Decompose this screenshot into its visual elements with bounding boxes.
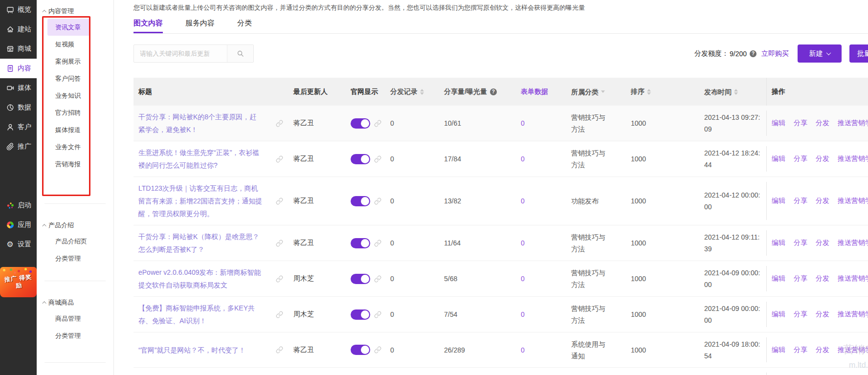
rail-item-mall[interactable]: 商城 xyxy=(0,39,37,59)
link-icon[interactable] xyxy=(276,198,283,205)
help-icon[interactable]: ? xyxy=(750,50,757,57)
column-header-publish-time[interactable]: 发布时间 xyxy=(702,86,766,98)
batch-upload-button[interactable]: 批量上传 xyxy=(849,44,868,63)
link-icon[interactable] xyxy=(374,155,381,163)
share-action[interactable]: 分享 xyxy=(794,239,807,247)
site-display-toggle[interactable] xyxy=(351,345,370,355)
search-button[interactable] xyxy=(227,45,253,62)
article-title-link[interactable]: LTD123次升级｜访客交互有日志，商机留言有来源；新增22国语言支持；通知提醒… xyxy=(138,182,263,220)
menu-item[interactable]: 分类管理 xyxy=(47,250,90,267)
article-title-link[interactable]: 生意进系统！做生意先穿“正装”，衣衫褴褛的同行怎么可能胜过你? xyxy=(138,146,263,172)
article-title-link[interactable]: “官网”就只是网站？不，时代变了！ xyxy=(138,344,263,356)
promo-banner[interactable]: 推广 得奖励 xyxy=(0,267,37,297)
link-icon[interactable] xyxy=(276,311,283,318)
form-data-cell[interactable]: 0 xyxy=(513,197,567,205)
link-icon[interactable] xyxy=(276,155,283,163)
rail-item-customer[interactable]: 客户 xyxy=(0,117,37,137)
menu-item[interactable]: 商品管理 xyxy=(47,310,90,327)
link-icon[interactable] xyxy=(276,346,283,353)
rail-item-settings[interactable]: ⚙ 设置 xyxy=(0,235,37,254)
menu-item[interactable]: 产品介绍页 xyxy=(47,233,90,250)
rail-item-site[interactable]: 建站 xyxy=(0,20,37,39)
link-icon[interactable] xyxy=(374,198,381,205)
distribute-action[interactable]: 分发 xyxy=(816,197,829,205)
edit-action[interactable]: 编辑 xyxy=(772,197,785,205)
push-academy-action[interactable]: 推送营销学院 xyxy=(838,346,868,354)
menu-item[interactable]: 分类管理 xyxy=(47,327,90,344)
buy-now-link[interactable]: 立即购买 xyxy=(761,49,789,58)
article-title-link[interactable]: 干货分享：网站被K（降权）是啥意思？怎么判断是否被K了？ xyxy=(138,230,263,256)
link-icon[interactable] xyxy=(374,311,381,318)
share-action[interactable]: 分享 xyxy=(794,119,807,128)
menu-group-header[interactable]: 商城商品 xyxy=(37,295,113,310)
edit-action[interactable]: 编辑 xyxy=(772,310,785,319)
article-title-link[interactable]: ePower v2.0.6.0409发布：新增商标智能提交软件自动获取商标局发文 xyxy=(138,266,263,291)
push-academy-action[interactable]: 推送营销学院 xyxy=(838,119,868,128)
column-header-category[interactable]: 所属分类 xyxy=(567,86,628,98)
distribute-action[interactable]: 分发 xyxy=(816,310,829,319)
link-icon[interactable] xyxy=(374,240,381,247)
push-academy-action[interactable]: 推送营销学院 xyxy=(838,239,868,247)
link-icon[interactable] xyxy=(374,120,381,127)
tab[interactable]: 图文内容 xyxy=(134,19,163,33)
form-data-cell[interactable]: 0 xyxy=(513,119,567,127)
link-icon[interactable] xyxy=(276,120,283,127)
menu-item[interactable]: 业务文件 xyxy=(47,138,90,155)
push-academy-action[interactable]: 推送营销学院 xyxy=(838,154,868,163)
column-header-sort-order[interactable]: 排序 xyxy=(628,88,702,96)
menu-group-header[interactable]: 内容管理 xyxy=(37,4,113,19)
site-display-toggle[interactable] xyxy=(351,154,370,164)
menu-item[interactable]: 短视频 xyxy=(47,36,90,53)
menu-item[interactable]: 案例展示 xyxy=(47,53,90,70)
rail-item-data[interactable]: 数据 xyxy=(0,98,37,117)
push-academy-action[interactable]: 推送营销学院 xyxy=(838,197,868,205)
form-data-cell[interactable]: 0 xyxy=(513,239,567,247)
link-icon[interactable] xyxy=(374,346,381,353)
sort-icon[interactable] xyxy=(647,89,651,95)
sort-icon[interactable] xyxy=(420,89,424,95)
new-button[interactable]: 新建 xyxy=(798,44,842,63)
share-action[interactable]: 分享 xyxy=(794,274,807,283)
distribute-action[interactable]: 分发 xyxy=(816,274,829,283)
site-display-toggle[interactable] xyxy=(351,309,370,320)
site-display-toggle[interactable] xyxy=(351,274,370,284)
rail-item-apps[interactable]: 应用 xyxy=(0,215,37,235)
edit-action[interactable]: 编辑 xyxy=(772,346,785,354)
help-icon[interactable]: ? xyxy=(490,88,497,95)
edit-action[interactable]: 编辑 xyxy=(772,274,785,283)
article-title-link[interactable]: 【免费】商标智能申报系统，多KEY共存、免验证、AI识别！ xyxy=(138,302,263,327)
distribute-action[interactable]: 分发 xyxy=(816,119,829,128)
form-data-cell[interactable]: 0 xyxy=(513,346,567,354)
rail-item-media[interactable]: 媒体 xyxy=(0,78,37,98)
search-input[interactable] xyxy=(134,45,227,62)
edit-action[interactable]: 编辑 xyxy=(772,154,785,163)
menu-item[interactable]: 营销海报 xyxy=(47,155,90,173)
column-header-distribution-record[interactable]: 分发记录 xyxy=(386,88,443,96)
form-data-cell[interactable]: 0 xyxy=(513,275,567,283)
menu-item[interactable]: 业务知识 xyxy=(47,87,90,104)
tab[interactable]: 服务内容 xyxy=(185,19,215,33)
site-display-toggle[interactable] xyxy=(351,118,370,129)
site-display-toggle[interactable] xyxy=(351,238,370,248)
distribute-action[interactable]: 分发 xyxy=(816,154,829,163)
edit-action[interactable]: 编辑 xyxy=(772,239,785,247)
rail-item-launch[interactable]: 启动 xyxy=(0,196,37,215)
rail-item-overview[interactable]: 概览 xyxy=(0,0,37,20)
distribute-action[interactable]: 分发 xyxy=(816,346,829,354)
push-academy-action[interactable]: 推送营销学院 xyxy=(838,310,868,319)
tab[interactable]: 分类 xyxy=(237,19,252,33)
menu-item[interactable]: 官方招聘 xyxy=(47,104,90,121)
distribute-action[interactable]: 分发 xyxy=(816,239,829,247)
share-action[interactable]: 分享 xyxy=(794,197,807,205)
link-icon[interactable] xyxy=(276,240,283,247)
rail-item-promotion[interactable]: 推广 xyxy=(0,137,37,156)
menu-item[interactable]: 客户问答 xyxy=(47,70,90,87)
share-action[interactable]: 分享 xyxy=(794,154,807,163)
push-academy-action[interactable]: 推送营销学院 xyxy=(838,274,868,283)
link-icon[interactable] xyxy=(276,275,283,283)
site-display-toggle[interactable] xyxy=(351,196,370,206)
link-icon[interactable] xyxy=(374,275,381,283)
menu-group-header[interactable]: 产品介绍 xyxy=(37,218,113,233)
edit-action[interactable]: 编辑 xyxy=(772,119,785,128)
share-action[interactable]: 分享 xyxy=(794,310,807,319)
